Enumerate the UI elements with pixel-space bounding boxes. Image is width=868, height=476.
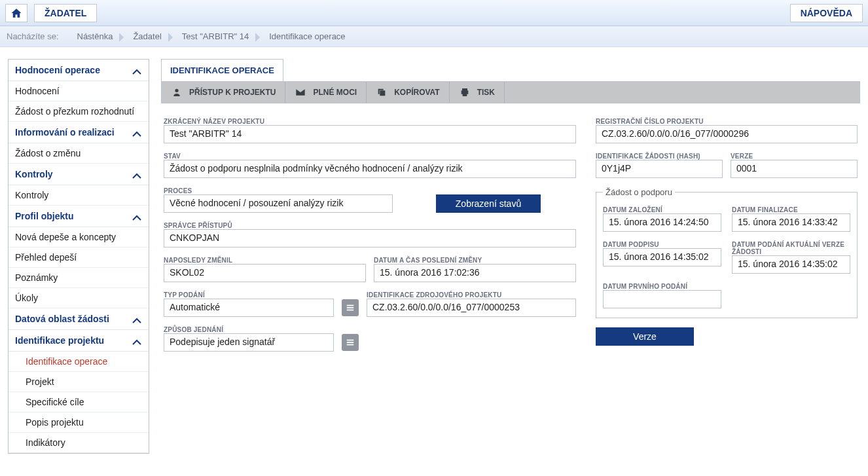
sidebar: Hodnocení operace Hodnocení Žádost o pře… [8, 59, 149, 454]
chevron-up-icon [132, 67, 142, 73]
toolbar-label: PLNÉ MOCI [313, 88, 357, 97]
svg-rect-2 [347, 310, 354, 311]
label-action-style: ZPŮSOB JEDNÁNÍ [164, 326, 334, 333]
sidebar-section-datova-oblast[interactable]: Datová oblast žádosti [9, 308, 149, 330]
sidebar-section-identifikace-projektu[interactable]: Identifikace projektu [9, 330, 149, 352]
section-title: Kontroly [15, 169, 53, 179]
src-id-field: CZ.03.2.60/0.0/0.0/16_077/0000253 [367, 299, 576, 317]
label-date-created: DATUM ZALOŽENÍ [603, 206, 721, 213]
date-submit-field: 15. února 2016 14:35:02 [732, 255, 850, 274]
applicant-tab[interactable]: ŽADATEL [34, 4, 97, 22]
sidebar-item-kontroly[interactable]: Kontroly [9, 185, 149, 206]
copy-icon [376, 87, 388, 98]
users-icon [171, 87, 183, 98]
label-hash: IDENTIFIKACE ŽÁDOSTI (HASH) [596, 153, 723, 160]
sidebar-section-informovani[interactable]: Informování o realizaci [9, 122, 149, 143]
svg-rect-3 [347, 340, 354, 341]
sidebar-item-depese[interactable]: Nová depeše a koncepty [9, 227, 149, 247]
fieldset-legend: Žádost o podporu [603, 187, 675, 197]
versions-button[interactable]: Verze [596, 327, 694, 346]
breadcrumb-item[interactable]: Žadatel [126, 31, 172, 41]
admin-field: CNKOPJAN [164, 229, 576, 247]
label-last-change-dt: DATUM A ČAS POSLEDNÍ ZMĚNY [374, 257, 576, 264]
sidebar-item-specificke-cile[interactable]: Specifické cíle [9, 392, 149, 412]
section-title: Profil objektu [15, 211, 73, 221]
print-icon [459, 87, 471, 98]
help-button[interactable]: NÁPOVĚDA [790, 4, 863, 22]
date-first-field [603, 290, 721, 308]
label-date-first: DATUM PRVNÍHO PODÁNÍ [603, 283, 721, 290]
home-icon [10, 7, 22, 19]
toolbar-access-button[interactable]: PŘÍSTUP K PROJEKTU [162, 82, 285, 103]
show-states-button[interactable]: Zobrazení stavů [436, 194, 541, 213]
action-style-picker-button[interactable] [342, 334, 359, 351]
submit-type-field[interactable]: Automatické [164, 299, 334, 317]
list-icon [346, 303, 355, 312]
breadcrumb-item: Identifikace operace [262, 31, 356, 41]
label-src-id: IDENTIFIKACE ZDROJOVÉHO PROJEKTU [367, 291, 576, 299]
label-submit-type: TYP PODÁNÍ [164, 291, 334, 299]
home-button[interactable] [5, 4, 27, 22]
mail-icon [295, 87, 306, 98]
date-sign-field: 15. února 2016 14:35:02 [603, 248, 721, 266]
sidebar-item-identifikace-operace[interactable]: Identifikace operace [9, 352, 149, 372]
label-reg-no: REGISTRAČNÍ ČÍSLO PROJEKTU [596, 118, 858, 125]
list-icon [346, 338, 355, 347]
short-name-field[interactable]: Test "ARBITR" 14 [164, 125, 576, 143]
sidebar-item-indikatory[interactable]: Indikátory [9, 433, 149, 453]
sidebar-section-profil[interactable]: Profil objektu [9, 206, 149, 227]
svg-rect-0 [347, 305, 354, 306]
breadcrumb-item[interactable]: Nástěnka [71, 31, 124, 41]
date-final-field: 15. února 2016 14:33:42 [732, 213, 850, 232]
sidebar-item-zmena[interactable]: Žádost o změnu [9, 143, 149, 164]
sidebar-item-poznamky[interactable]: Poznámky [9, 268, 149, 288]
label-last-changed-by: NAPOSLEDY ZMĚNIL [164, 257, 366, 264]
section-title: Datová oblast žádosti [15, 314, 109, 324]
reg-no-field: CZ.03.2.60/0.0/0.0/16_077/0000296 [596, 125, 858, 143]
label-admin: SPRÁVCE PŘÍSTUPŮ [164, 222, 576, 229]
sidebar-item-prehled-depesi[interactable]: Přehled depeší [9, 247, 149, 268]
label-process: PROCES [164, 187, 393, 194]
section-title: Informování o realizaci [15, 127, 115, 137]
label-version: VERZE [731, 153, 858, 160]
breadcrumb: Nacházíte se: Nástěnka Žadatel Test "ARB… [0, 26, 868, 47]
top-bar: ŽADATEL NÁPOVĚDA [0, 0, 868, 26]
chevron-up-icon [132, 316, 142, 322]
svg-rect-1 [347, 307, 354, 308]
toolbar-powers-button[interactable]: PLNÉ MOCI [285, 82, 367, 103]
section-title: Identifikace projektu [15, 335, 104, 346]
date-created-field: 15. února 2016 14:24:50 [603, 213, 721, 232]
chevron-up-icon [132, 171, 142, 177]
sidebar-item-projekt[interactable]: Projekt [9, 372, 149, 392]
breadcrumb-item[interactable]: Test "ARBITR" 14 [175, 31, 260, 41]
sidebar-item-ukoly[interactable]: Úkoly [9, 288, 149, 308]
toolbar: PŘÍSTUP K PROJEKTU PLNÉ MOCI KOPÍROVAT T… [161, 81, 860, 103]
hash-field: 0Y1j4P [596, 160, 723, 178]
label-date-final: DATUM FINALIZACE [732, 206, 850, 213]
sidebar-item-prezkum[interactable]: Žádost o přezkum rozhodnutí [9, 101, 149, 122]
sidebar-section-kontroly[interactable]: Kontroly [9, 164, 149, 185]
submit-type-picker-button[interactable] [342, 299, 359, 316]
toolbar-print-button[interactable]: TISK [450, 82, 505, 103]
process-field: Věcné hodnocení / posouzení analýzy rizi… [164, 194, 393, 213]
toolbar-label: TISK [477, 88, 495, 97]
sidebar-item-hodnoceni[interactable]: Hodnocení [9, 81, 149, 101]
toolbar-label: PŘÍSTUP K PROJEKTU [189, 88, 276, 97]
version-field: 0001 [731, 160, 858, 178]
last-change-dt-field: 15. února 2016 17:02:36 [374, 264, 576, 282]
last-changed-by-field: SKOL02 [164, 264, 366, 282]
state-field: Žádost o podporu nesplnila podmínky věcn… [164, 160, 576, 178]
chevron-up-icon [132, 129, 142, 136]
sidebar-item-popis-projektu[interactable]: Popis projektu [9, 412, 149, 433]
svg-rect-4 [347, 342, 354, 343]
label-short-name: ZKRÁCENÝ NÁZEV PROJEKTU [164, 118, 576, 125]
breadcrumb-label: Nacházíte se: [7, 31, 59, 41]
label-date-sign: DATUM PODPISU [603, 241, 721, 248]
section-title: Hodnocení operace [15, 65, 100, 75]
sidebar-section-hodnoceni-operace[interactable]: Hodnocení operace [9, 60, 149, 81]
toolbar-copy-button[interactable]: KOPÍROVAT [367, 82, 450, 103]
action-style-field[interactable]: Podepisuje jeden signatář [164, 333, 334, 352]
label-state: STAV [164, 153, 576, 160]
page-title: IDENTIFIKACE OPERACE [161, 59, 283, 81]
toolbar-label: KOPÍROVAT [394, 88, 440, 97]
